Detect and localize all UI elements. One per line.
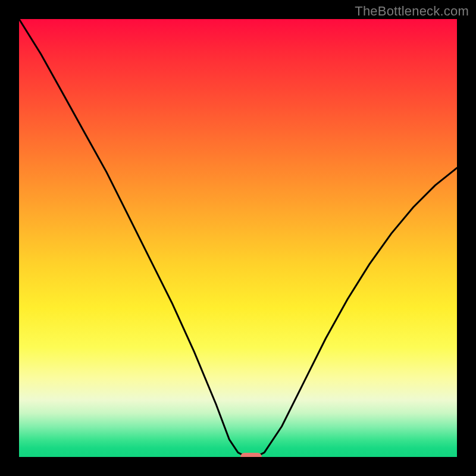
curve-path xyxy=(19,19,457,457)
bottleneck-curve xyxy=(19,19,457,457)
chart-frame: TheBottleneck.com xyxy=(0,0,476,476)
optimum-marker xyxy=(240,453,262,457)
plot-area xyxy=(19,19,457,457)
watermark-text: TheBottleneck.com xyxy=(355,4,469,19)
